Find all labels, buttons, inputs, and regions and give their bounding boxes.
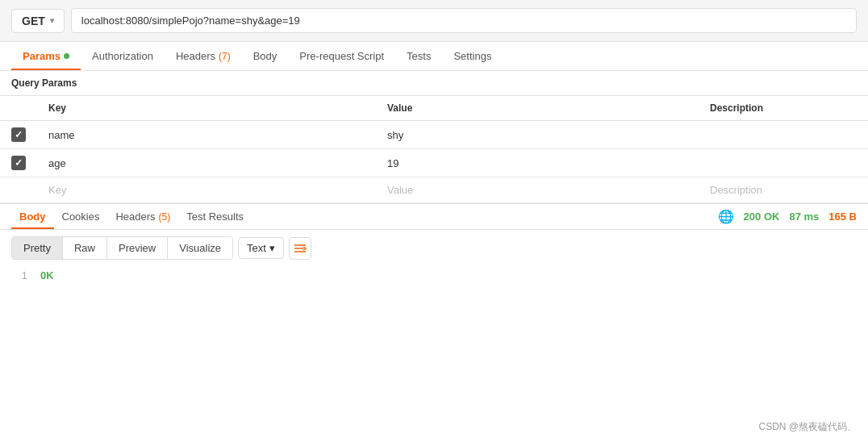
tab-response-headers[interactable]: Headers (5) [107, 204, 178, 229]
bottom-tabs: Body Cookies Headers (5) Test Results 🌐 … [0, 203, 868, 230]
tab-response-headers-label: Headers [115, 211, 155, 223]
top-tabs: Params Authorization Headers (7) Body Pr… [0, 42, 868, 71]
format-button-group: Pretty Raw Preview Visualize [11, 236, 233, 260]
method-label: GET [22, 15, 45, 27]
status-info: 🌐 200 OK 87 ms 165 B [718, 209, 857, 224]
check-mark: ✓ [15, 157, 23, 169]
tab-settings-label: Settings [453, 50, 491, 62]
wrap-icon[interactable] [289, 237, 311, 260]
params-dot [64, 53, 69, 59]
row2-value: 19 [387, 157, 399, 169]
status-code: 200 OK [744, 211, 780, 223]
method-select[interactable]: GET ▾ [11, 9, 65, 33]
watermark: CSDN @熬夜磕代码、 [758, 420, 857, 434]
col-value-header: Value [376, 96, 699, 121]
status-size: 165 B [828, 211, 857, 223]
format-pretty-button[interactable]: Pretty [12, 237, 63, 259]
table-row: ✓ name shy [0, 121, 868, 149]
params-table: Key Value Description ✓ name shy [0, 96, 868, 203]
tab-response-body[interactable]: Body [11, 204, 54, 229]
type-select[interactable]: Text ▾ [238, 237, 284, 259]
tab-cookies-label: Cookies [62, 211, 100, 223]
tab-pre-request[interactable]: Pre-request Script [288, 42, 395, 70]
query-params-label: Query Params [0, 71, 868, 96]
tab-response-body-label: Body [19, 211, 46, 223]
tab-body-label: Body [253, 50, 278, 62]
tab-pre-request-label: Pre-request Script [299, 50, 384, 62]
table-row: ✓ age 19 [0, 149, 868, 177]
placeholder-desc: Description [710, 184, 762, 196]
tab-test-results[interactable]: Test Results [178, 204, 252, 229]
format-visualize-button[interactable]: Visualize [168, 237, 232, 259]
tab-tests-label: Tests [407, 50, 431, 62]
col-check-header [0, 96, 37, 121]
tab-authorization-label: Authorization [92, 50, 153, 62]
col-key-header: Key [37, 96, 376, 121]
tab-params[interactable]: Params [11, 42, 81, 70]
col-desc-header: Description [699, 96, 868, 121]
tab-response-headers-badge: (5) [159, 211, 171, 223]
tab-authorization[interactable]: Authorization [81, 42, 165, 70]
row1-checkbox[interactable]: ✓ [11, 127, 26, 142]
type-select-value: Text [247, 242, 266, 254]
placeholder-key: Key [48, 184, 66, 196]
row1-value: shy [387, 129, 403, 141]
url-bar: GET ▾ [0, 0, 868, 42]
tab-test-results-label: Test Results [186, 211, 244, 223]
check-mark: ✓ [15, 129, 23, 140]
status-time: 87 ms [789, 211, 819, 223]
method-chevron: ▾ [50, 16, 54, 25]
placeholder-value: Value [387, 184, 413, 196]
tab-body[interactable]: Body [242, 42, 289, 70]
tab-cookies[interactable]: Cookies [54, 204, 108, 229]
tab-headers-label: Headers [176, 50, 215, 62]
wrap-lines-icon [294, 243, 307, 254]
response-content: 0K [40, 269, 54, 281]
url-input[interactable] [71, 8, 857, 33]
tab-headers[interactable]: Headers (7) [165, 42, 242, 70]
type-select-chevron: ▾ [269, 242, 275, 254]
bottom-toolbar: Pretty Raw Preview Visualize Text ▾ [0, 230, 868, 266]
globe-icon: 🌐 [718, 209, 734, 224]
tab-headers-badge: (7) [219, 51, 231, 62]
tab-params-label: Params [23, 50, 61, 62]
line-number: 1 [11, 269, 27, 281]
table-row-placeholder: Key Value Description [0, 177, 868, 203]
format-preview-button[interactable]: Preview [107, 237, 168, 259]
response-body: 1 0K [0, 266, 868, 285]
format-raw-button[interactable]: Raw [63, 237, 107, 259]
row2-checkbox[interactable]: ✓ [11, 156, 26, 170]
tab-settings[interactable]: Settings [442, 42, 503, 70]
row1-key: name [48, 129, 75, 141]
tab-tests[interactable]: Tests [395, 42, 442, 70]
row2-key: age [48, 157, 66, 169]
